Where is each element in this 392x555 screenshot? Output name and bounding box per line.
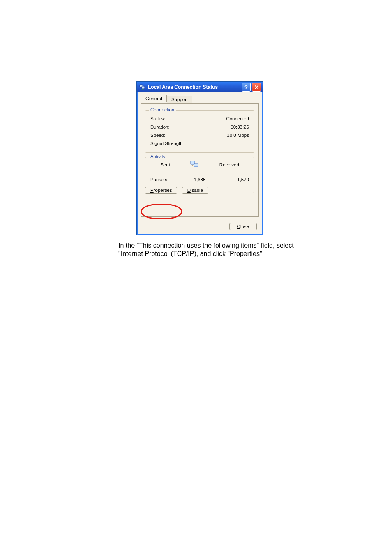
row-packets: Packets: 1,635 1,570 bbox=[150, 177, 249, 182]
close-button[interactable]: Close bbox=[229, 223, 257, 230]
disable-rest: isable bbox=[191, 188, 203, 193]
close-mnemonic: C bbox=[237, 224, 240, 229]
label-status: Status: bbox=[150, 116, 165, 121]
properties-mnemonic: P bbox=[150, 188, 154, 193]
activity-icon bbox=[190, 161, 200, 169]
dialog-title: Local Area Connection Status bbox=[148, 84, 242, 90]
footer-rule bbox=[98, 450, 299, 450]
tab-general[interactable]: General bbox=[141, 95, 167, 102]
svg-rect-5 bbox=[196, 167, 196, 168]
dialog-titlebar: Local Area Connection Status ? ✕ bbox=[137, 82, 263, 92]
value-speed: 10.0 Mbps bbox=[227, 133, 249, 138]
group-connection-title: Connection bbox=[149, 107, 176, 112]
value-status: Connected bbox=[226, 116, 249, 121]
value-duration: 00:33:26 bbox=[231, 124, 249, 129]
value-packets-received: 1,570 bbox=[237, 177, 249, 182]
group-activity-title: Activity bbox=[149, 154, 167, 159]
properties-rest: roperties bbox=[154, 188, 172, 193]
row-speed: Speed: 10.0 Mbps bbox=[150, 133, 249, 138]
row-status: Status: Connected bbox=[150, 116, 249, 121]
lan-status-icon bbox=[139, 84, 146, 90]
svg-rect-1 bbox=[142, 86, 145, 89]
value-packets-sent: 1,635 bbox=[194, 177, 206, 182]
help-button[interactable]: ? bbox=[242, 83, 251, 92]
svg-rect-4 bbox=[192, 165, 193, 166]
caption-text: In the "This connection uses the followi… bbox=[118, 242, 299, 258]
label-speed: Speed: bbox=[150, 133, 165, 138]
label-sent: Sent bbox=[160, 162, 170, 167]
label-duration: Duration: bbox=[150, 124, 170, 129]
label-packets: Packets: bbox=[150, 177, 168, 182]
label-signal: Signal Strength: bbox=[150, 141, 184, 146]
row-duration: Duration: 00:33:26 bbox=[150, 124, 249, 129]
close-x-button[interactable]: ✕ bbox=[252, 83, 261, 92]
dialog-action-row: Properties Disable bbox=[145, 187, 254, 197]
close-rest: lose bbox=[240, 224, 249, 229]
disable-button[interactable]: Disable bbox=[182, 187, 208, 194]
tab-page-general: Connection Status: Connected Duration: 0… bbox=[141, 103, 259, 217]
row-signal: Signal Strength: bbox=[150, 141, 249, 146]
svg-rect-3 bbox=[194, 164, 198, 167]
tab-support[interactable]: Support bbox=[167, 96, 192, 103]
tabs: General Support bbox=[138, 92, 262, 102]
lan-status-dialog: Local Area Connection Status ? ✕ General… bbox=[136, 81, 263, 235]
label-received: Received bbox=[219, 162, 239, 167]
header-rule bbox=[98, 74, 299, 74]
disable-mnemonic: D bbox=[187, 188, 191, 193]
properties-button[interactable]: Properties bbox=[145, 187, 177, 194]
dialog-body: General Support Connection Status: Conne… bbox=[137, 92, 263, 235]
group-connection: Connection Status: Connected Duration: 0… bbox=[145, 110, 254, 153]
activity-header: Sent Received bbox=[145, 161, 254, 169]
